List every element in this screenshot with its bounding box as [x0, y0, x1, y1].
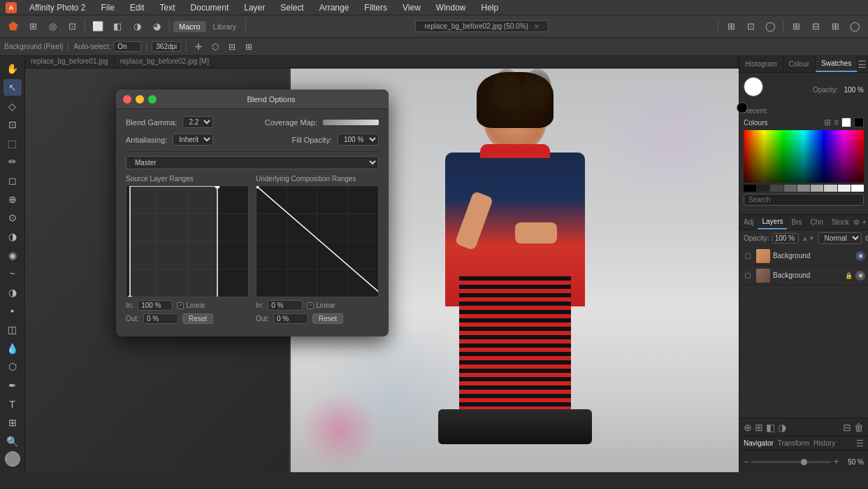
panel-menu-icon[interactable]: ☰	[858, 59, 867, 70]
tool-hand[interactable]: ✋	[3, 60, 22, 78]
add-layer-icon[interactable]: ⊕	[744, 422, 752, 433]
layer-1-eye[interactable]: ◉	[855, 251, 865, 261]
tool-node[interactable]: ◇	[3, 97, 22, 115]
nav-zoom-in-icon[interactable]: +	[834, 457, 839, 467]
adjustment-icon[interactable]: ◑	[778, 422, 786, 433]
layer-2-eye[interactable]: ◉	[855, 271, 865, 281]
toolbar-assistant[interactable]: ◯	[761, 17, 779, 36]
layers-tab-brs[interactable]: Brs	[787, 215, 806, 229]
move-icon[interactable]: ✛	[191, 40, 205, 54]
tool-blur[interactable]: ~	[3, 265, 22, 283]
menu-file[interactable]: File	[99, 1, 117, 14]
nav-zoom-out-icon[interactable]: −	[744, 457, 748, 467]
tab-histogram[interactable]: Histogram	[739, 56, 783, 72]
layer-1-expand[interactable]	[742, 250, 753, 262]
tool-selection-rect[interactable]: ⬚	[3, 135, 22, 153]
tab-colour[interactable]: Colour	[783, 56, 816, 72]
grey1-color[interactable]	[770, 185, 783, 192]
grid-view-icon[interactable]: ⊞	[824, 118, 831, 127]
source-out-input[interactable]	[143, 313, 178, 324]
layers-add-icon[interactable]: +	[862, 218, 867, 226]
distribute-icon[interactable]: ⊞	[242, 40, 256, 54]
toolbar-view-mode[interactable]: ⬜	[89, 17, 107, 36]
mask-icon[interactable]: ◧	[766, 422, 775, 433]
toolbar-tab-library[interactable]: Library	[208, 21, 243, 32]
file-tab-active[interactable]: replace_bg_before02.jpg (50.0%) ✕	[415, 20, 548, 32]
nav-tab-history[interactable]: History	[813, 439, 835, 447]
menu-window[interactable]: Window	[433, 1, 469, 14]
tab-close-icon[interactable]: ✕	[534, 23, 540, 30]
menu-layer[interactable]: Layer	[241, 1, 268, 14]
menu-arrange[interactable]: Arrange	[317, 1, 352, 14]
blend-settings-icon[interactable]: ⚙	[865, 234, 868, 243]
tool-pointer[interactable]: ↖	[3, 79, 22, 97]
toolbar-zoom-fit[interactable]: ⊡	[742, 17, 760, 36]
layer-blend-mode[interactable]: Normal	[818, 232, 862, 244]
toolbar-persona-export[interactable]: ⊡	[63, 17, 81, 36]
antialiasing-select[interactable]: Inherit	[173, 134, 213, 146]
nav-tab-navigator[interactable]: Navigator	[744, 439, 774, 447]
transform-icon[interactable]: ⬡	[208, 40, 222, 54]
toolbar-persona-develop[interactable]: ◎	[43, 17, 62, 36]
tool-erase[interactable]: ◻	[3, 172, 22, 190]
toolbar-view-split[interactable]: ⊞	[722, 17, 740, 36]
underlying-reset-btn[interactable]: Reset	[312, 313, 343, 324]
opacity-spinner[interactable]: ▲▼	[802, 234, 816, 242]
toolbar-user[interactable]: ◯	[846, 17, 864, 36]
grey4-color[interactable]	[811, 185, 823, 192]
tool-retouch[interactable]: ◑	[3, 228, 22, 246]
grey5-color[interactable]	[824, 185, 837, 192]
foreground-color[interactable]	[5, 451, 20, 467]
fill-opacity-select[interactable]: 100 %	[338, 134, 379, 146]
toolbar-persona-pixel[interactable]: ⊞	[24, 17, 42, 36]
menu-document[interactable]: Document	[188, 1, 232, 14]
source-in-input[interactable]	[138, 300, 173, 311]
menu-app[interactable]: Affinity Photo 2	[27, 1, 89, 14]
layer-item-2[interactable]: Background 🔒 ◉	[739, 266, 868, 285]
tool-flood-fill[interactable]: ▪	[3, 302, 22, 320]
blend-dialog[interactable]: Blend Options Blend Gamma: 2.2 Coverage …	[116, 90, 389, 336]
layers-tab-stock[interactable]: Stock	[827, 215, 853, 229]
menu-filters[interactable]: Filters	[361, 1, 390, 14]
nav-zoom-slider[interactable]	[751, 461, 831, 463]
nav-tab-transform[interactable]: Transform	[778, 439, 809, 447]
black-color[interactable]	[744, 185, 756, 192]
toolbar-grid[interactable]: ⊟	[806, 17, 825, 36]
tool-pen[interactable]: ✒	[3, 377, 22, 395]
tool-heal[interactable]: ⊕	[3, 190, 22, 208]
toolbar-persona-photo[interactable]: ⬟	[4, 17, 22, 36]
foreground-color-preview[interactable]	[744, 77, 763, 97]
delete-layer-icon[interactable]: 🗑	[854, 422, 864, 433]
underlying-linear-check[interactable]: ✓	[307, 302, 314, 309]
toolbar-snapping[interactable]: ⊞	[787, 17, 805, 36]
darkgrey-color[interactable]	[757, 185, 769, 192]
source-ranges-graph[interactable]	[126, 185, 249, 297]
colour-grid[interactable]	[744, 130, 864, 183]
toolbar-mask[interactable]: ◧	[108, 17, 126, 36]
menu-select[interactable]: Select	[277, 1, 306, 14]
layers-opacity-input[interactable]	[772, 233, 799, 243]
black-swatch[interactable]	[854, 118, 864, 127]
underlying-in-input[interactable]	[268, 300, 303, 311]
tool-crop[interactable]: ⊡	[3, 116, 22, 134]
toolbar-guides[interactable]: ⊞	[826, 17, 844, 36]
align-icon[interactable]: ⊟	[225, 40, 239, 54]
white-color[interactable]	[851, 185, 864, 192]
tool-zoom[interactable]: 🔍	[3, 433, 22, 451]
layer-2-expand[interactable]	[742, 270, 753, 281]
nav-menu-icon[interactable]: ☰	[856, 439, 864, 448]
group-layer-icon[interactable]: ⊞	[755, 422, 763, 433]
tool-text[interactable]: T	[3, 395, 22, 413]
source-linear-check[interactable]: ✓	[177, 302, 184, 309]
dpi-value[interactable]: 362dpi	[152, 41, 181, 52]
background-color-preview[interactable]	[737, 102, 748, 113]
layer-item-1[interactable]: Background ◉	[739, 246, 868, 266]
toolbar-adjustments[interactable]: ◕	[147, 17, 166, 36]
lightgrey-color[interactable]	[838, 185, 851, 192]
white-swatch[interactable]	[841, 118, 851, 127]
dialog-max-btn[interactable]	[148, 95, 157, 104]
menu-help[interactable]: Help	[479, 1, 502, 14]
layers-settings-icon[interactable]: ⚙	[853, 218, 860, 226]
list-view-icon[interactable]: ≡	[834, 118, 839, 127]
tool-shapes[interactable]: ⬡	[3, 358, 22, 376]
